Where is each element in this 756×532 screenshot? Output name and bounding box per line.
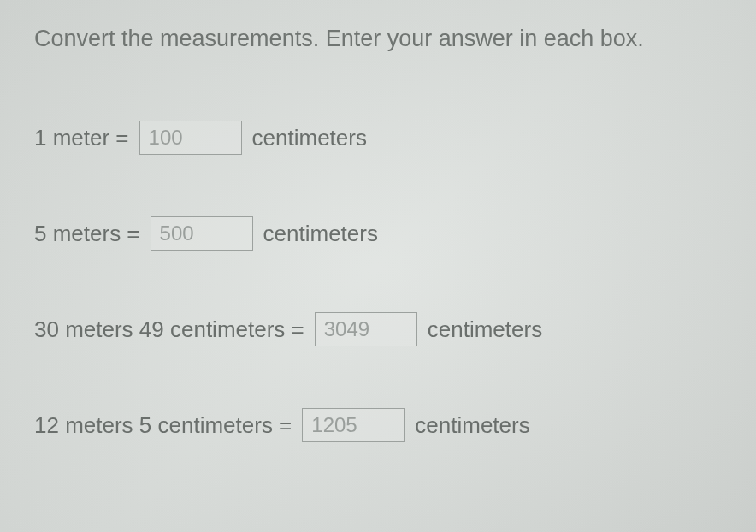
answer-input-4[interactable]: [302, 408, 405, 442]
row-label-left: 5 meters =: [34, 221, 140, 247]
row-label-left: 1 meter =: [34, 125, 129, 151]
conversion-row: 30 meters 49 centimeters = centimeters: [34, 312, 722, 346]
row-label-right: centimeters: [252, 125, 367, 151]
answer-input-2[interactable]: [151, 216, 253, 251]
row-label-right: centimeters: [415, 412, 529, 439]
row-label-right: centimeters: [263, 221, 378, 247]
conversion-row: 5 meters = centimeters: [34, 216, 722, 251]
row-label-left: 12 meters 5 centimeters =: [34, 412, 292, 439]
answer-input-3[interactable]: [315, 312, 417, 346]
row-label-right: centimeters: [428, 316, 542, 343]
row-label-left: 30 meters 49 centimeters =: [34, 316, 304, 343]
conversion-row: 1 meter = centimeters: [34, 121, 722, 155]
instruction-text: Convert the measurements. Enter your ans…: [34, 26, 722, 52]
conversion-row: 12 meters 5 centimeters = centimeters: [34, 408, 722, 442]
answer-input-1[interactable]: [139, 121, 242, 155]
